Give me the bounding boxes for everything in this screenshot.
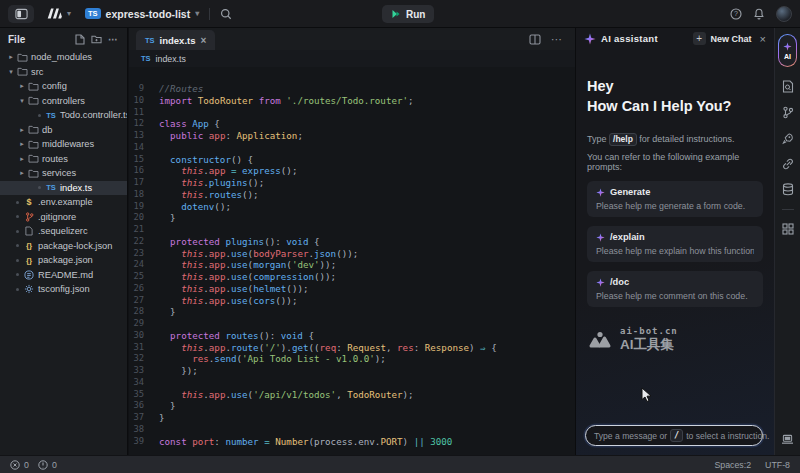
code-area[interactable]: 9//Routes10import TodoRouter from './rou… (129, 67, 575, 455)
line-number: 19 (129, 201, 159, 213)
prompt-description: Please help me generate a form code. (596, 201, 754, 211)
new-chat-plus-icon[interactable]: + (693, 32, 706, 45)
prompt-card--explain[interactable]: /explainPlease help me explain how this … (587, 226, 763, 262)
file-tree-item-todo-controller-ts[interactable]: TSTodo.controller.ts (0, 108, 127, 123)
run-label: Run (406, 9, 425, 20)
file-tree-item-readme-md[interactable]: README.md (0, 268, 127, 283)
file-tree-item-src[interactable]: ▾src (0, 65, 127, 80)
file-tree-item--gitignore[interactable]: .gitignore (0, 210, 127, 225)
marscode-logo[interactable]: ▾ (46, 7, 71, 20)
line-content: } (159, 412, 165, 424)
code-line-17[interactable]: 17 this.plugins(); (129, 177, 575, 189)
prompt-title: /explain (610, 232, 645, 242)
code-line-31[interactable]: 31 this.app.route('/').get((req: Request… (129, 342, 575, 354)
code-line-29[interactable]: 29 (129, 318, 575, 330)
prompt-card-generate[interactable]: GeneratePlease help me generate a form c… (587, 181, 763, 217)
rail-deploy-button[interactable] (782, 132, 794, 145)
prompt-title: /doc (610, 277, 629, 287)
code-line-37[interactable]: 37} (129, 412, 575, 424)
code-line-39[interactable]: 39const port: number = Number(process.en… (129, 436, 575, 448)
problems-indicator[interactable]: 0 0 (10, 460, 57, 470)
code-line-22[interactable]: 22 protected plugins(): void { (129, 236, 575, 248)
file-dot (16, 215, 19, 218)
code-line-30[interactable]: 30 protected routes(): void { (129, 330, 575, 342)
code-line-27[interactable]: 27 this.app.use(cors()); (129, 295, 575, 307)
ai-greeting: Hey How Can I Help You? (587, 76, 763, 116)
ai-sparkle-icon (584, 33, 596, 45)
file-tree-item-services[interactable]: ▸services (0, 166, 127, 181)
file-tree-item-package-json[interactable]: {}package.json (0, 253, 127, 268)
code-line-21[interactable]: 21 (129, 224, 575, 236)
warnings-icon (38, 460, 48, 470)
indentation-setting[interactable]: Spaces:2 (714, 460, 751, 470)
code-line-25[interactable]: 25 this.app.use(compression()); (129, 271, 575, 283)
code-line-20[interactable]: 20 } (129, 212, 575, 224)
code-line-13[interactable]: 13 public app: Application; (129, 130, 575, 142)
split-editor-button[interactable] (529, 34, 541, 45)
rail-database-button[interactable] (782, 183, 794, 196)
explorer-more-button[interactable]: ⋯ (108, 34, 119, 45)
line-content: } (159, 400, 176, 412)
breadcrumb[interactable]: TS index.ts (129, 50, 575, 67)
code-line-36[interactable]: 36 } (129, 400, 575, 412)
file-tree-item-node-modules[interactable]: ▸node_modules (0, 50, 127, 65)
rail-doc-search-button[interactable] (782, 80, 794, 93)
code-line-24[interactable]: 24 this.app.use(morgan('dev')); (129, 259, 575, 271)
file-tree-item-index-ts[interactable]: TSindex.ts (0, 181, 127, 196)
project-switcher[interactable]: TS express-todo-list ▾ (85, 8, 199, 20)
rail-extensions-button[interactable] (782, 223, 794, 235)
code-line-33[interactable]: 33 }); (129, 365, 575, 377)
code-line-32[interactable]: 32 res.send('Api Todo List - v1.0.0'); (129, 353, 575, 365)
line-content: this.app.use(helmet()); (159, 283, 308, 295)
rail-ai-assistant-tab[interactable]: AI (778, 34, 797, 67)
rail-ai-sparkle-icon (783, 42, 792, 51)
code-line-15[interactable]: 15 constructor() { (129, 154, 575, 166)
encoding-setting[interactable]: UTF-8 (765, 460, 790, 470)
file-tree-item-middlewares[interactable]: ▸middlewares (0, 137, 127, 152)
file-tree-item--env-example[interactable]: $.env.example (0, 195, 127, 210)
toggle-sidebar-button[interactable] (8, 5, 34, 23)
file-tree-item-tsconfig-json[interactable]: tsconfig.json (0, 282, 127, 297)
rail-terminal-button[interactable] (781, 434, 794, 445)
code-line-38[interactable]: 38 (129, 424, 575, 436)
rail-source-control-button[interactable] (782, 106, 794, 119)
code-line-28[interactable]: 28 } (129, 306, 575, 318)
code-line-16[interactable]: 16 this.app = express(); (129, 165, 575, 177)
file-tree-item-config[interactable]: ▸config (0, 79, 127, 94)
file-tree-item-package-lock-json[interactable]: {}package-lock.json (0, 239, 127, 254)
prompt-card--doc[interactable]: /docPlease help me comment on this code. (587, 271, 763, 307)
example-prompts: GeneratePlease help me generate a form c… (587, 181, 763, 307)
file-tree-item--sequelizerc[interactable]: .sequelizerc (0, 224, 127, 239)
help-button[interactable]: ? (730, 8, 742, 20)
tab-index-ts[interactable]: TS index.ts × (136, 30, 215, 50)
doc-search-icon (782, 80, 794, 93)
code-line-18[interactable]: 18 this.routes(); (129, 189, 575, 201)
code-line-10[interactable]: 10import TodoRouter from './routes/Todo.… (129, 95, 575, 107)
notifications-button[interactable] (753, 8, 765, 20)
file-tree-item-db[interactable]: ▸db (0, 123, 127, 138)
search-button[interactable] (220, 8, 232, 20)
prompt-sparkle-icon (596, 233, 605, 242)
code-line-12[interactable]: 12class App { (129, 118, 575, 130)
code-line-9[interactable]: 9//Routes (129, 83, 575, 95)
code-line-11[interactable]: 11 (129, 107, 575, 119)
new-folder-button[interactable] (91, 34, 102, 44)
new-file-button[interactable] (75, 34, 85, 45)
code-line-34[interactable]: 34 (129, 377, 575, 389)
file-tree-item-controllers[interactable]: ▾controllers (0, 94, 127, 109)
code-line-19[interactable]: 19 dotenv(); (129, 201, 575, 213)
editor-more-button[interactable]: ⋯ (551, 33, 563, 46)
code-line-23[interactable]: 23 this.app.use(bodyParser.json()); (129, 248, 575, 260)
run-button[interactable]: Run (382, 5, 434, 23)
tab-close-icon[interactable]: × (201, 35, 207, 46)
code-line-26[interactable]: 26 this.app.use(helmet()); (129, 283, 575, 295)
ai-panel-close-icon[interactable]: × (760, 33, 766, 45)
avatar[interactable] (776, 6, 792, 22)
code-line-35[interactable]: 35 this.app.use('/api/v1/todos', TodoRou… (129, 389, 575, 401)
chat-input[interactable]: Type a message or / to select a instruct… (585, 425, 763, 446)
code-line-14[interactable]: 14 (129, 142, 575, 154)
file-tree-item-routes[interactable]: ▸routes (0, 152, 127, 167)
chat-placeholder: Type a message or (594, 431, 667, 441)
rail-link-button[interactable] (782, 158, 794, 170)
new-chat-button[interactable]: New Chat (711, 34, 752, 44)
